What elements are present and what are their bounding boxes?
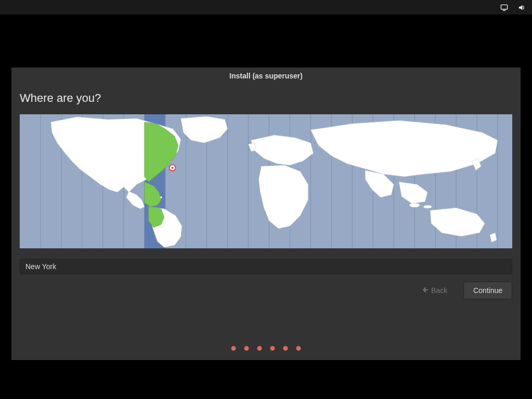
svg-point-32 [171, 167, 174, 169]
installer-content: Where are you? [11, 84, 521, 360]
progress-dot [296, 346, 301, 351]
progress-dots [11, 346, 521, 351]
continue-button-label: Continue [473, 286, 502, 295]
window-title-text: Install (as superuser) [230, 72, 303, 80]
progress-dot [231, 346, 236, 351]
back-button: Back [412, 282, 457, 299]
progress-dot [283, 346, 288, 351]
system-top-bar [0, 0, 532, 15]
svg-point-27 [409, 203, 420, 207]
svg-rect-0 [501, 5, 507, 9]
page-heading: Where are you? [20, 91, 512, 105]
progress-dot [257, 346, 262, 351]
arrow-left-icon [422, 286, 428, 295]
installer-window: Install (as superuser) Where are you? [11, 68, 521, 360]
progress-dot [270, 346, 275, 351]
button-row: Back Continue [20, 282, 512, 299]
window-title: Install (as superuser) [11, 68, 521, 84]
volume-icon[interactable] [517, 3, 526, 11]
location-pin-marker [169, 165, 176, 171]
timezone-map[interactable] [20, 114, 512, 248]
progress-dot [244, 346, 249, 351]
svg-point-28 [423, 205, 432, 208]
display-icon[interactable] [500, 3, 508, 11]
back-button-label: Back [431, 286, 447, 295]
location-input[interactable] [20, 259, 512, 274]
continue-button[interactable]: Continue [463, 282, 512, 299]
